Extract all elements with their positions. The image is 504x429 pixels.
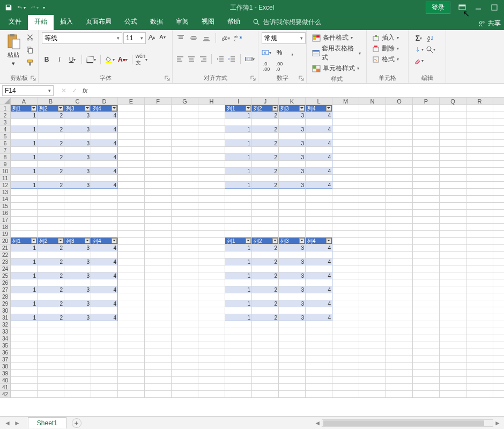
cell[interactable] (172, 265, 198, 272)
cell[interactable] (386, 231, 413, 238)
cell[interactable] (466, 238, 493, 245)
cell[interactable] (225, 196, 252, 203)
cell[interactable] (413, 231, 440, 238)
tab-data[interactable]: 数据 (144, 14, 169, 30)
cell[interactable]: 1 (11, 258, 38, 265)
cell[interactable] (91, 384, 118, 391)
cell[interactable] (413, 140, 440, 147)
cell[interactable] (306, 342, 332, 349)
cell[interactable] (466, 154, 493, 161)
cell[interactable] (306, 279, 332, 286)
cell[interactable] (172, 335, 198, 342)
cell[interactable] (172, 126, 198, 133)
cell[interactable]: 4 (91, 126, 118, 133)
cell[interactable]: 4 (306, 300, 332, 307)
cell[interactable] (493, 335, 504, 342)
cell[interactable] (466, 272, 493, 279)
cell[interactable] (91, 349, 118, 356)
column-header[interactable]: S (493, 98, 504, 105)
align-left-icon[interactable] (176, 54, 184, 64)
cell[interactable] (440, 161, 466, 168)
cell[interactable] (198, 321, 225, 328)
cell[interactable] (172, 154, 198, 161)
cell[interactable] (306, 175, 332, 182)
cell[interactable] (493, 391, 504, 398)
cell[interactable] (359, 105, 386, 112)
cell[interactable] (359, 147, 386, 154)
cell[interactable] (493, 133, 504, 140)
cell[interactable] (359, 252, 386, 258)
cell[interactable] (493, 356, 504, 363)
cell[interactable] (64, 231, 91, 238)
cell[interactable] (386, 245, 413, 252)
cell[interactable] (198, 196, 225, 203)
delete-cells-button[interactable]: 删除▾ (372, 44, 403, 53)
cell[interactable] (145, 189, 172, 196)
cell[interactable] (64, 133, 91, 140)
cell[interactable] (145, 342, 172, 349)
cell[interactable]: 列2 (252, 238, 279, 245)
cell[interactable] (332, 182, 359, 189)
add-sheet-button[interactable]: ＋ (72, 418, 81, 428)
row-header[interactable]: 20 (0, 238, 11, 245)
cell[interactable] (440, 231, 466, 238)
formula-input[interactable] (92, 85, 504, 96)
italic-button[interactable]: I (55, 55, 64, 64)
cell[interactable] (172, 147, 198, 154)
cell[interactable] (252, 335, 279, 342)
cell[interactable]: 2 (252, 314, 279, 321)
cell[interactable] (440, 279, 466, 286)
cell[interactable] (64, 196, 91, 203)
cell[interactable] (225, 307, 252, 314)
cell[interactable] (198, 161, 225, 168)
cell[interactable]: 3 (279, 112, 306, 119)
cell[interactable] (198, 258, 225, 265)
cell[interactable] (118, 370, 145, 377)
cell[interactable] (332, 105, 359, 112)
cell[interactable] (198, 217, 225, 224)
cell[interactable] (466, 175, 493, 182)
column-header[interactable]: E (118, 98, 145, 105)
cell[interactable] (440, 272, 466, 279)
cell[interactable] (332, 314, 359, 321)
cells-area[interactable]: 列1列2列3列4列1列2列3列4123412341234123412341234… (11, 105, 504, 413)
cell[interactable] (466, 328, 493, 335)
cell[interactable] (279, 335, 306, 342)
cell[interactable] (118, 279, 145, 286)
cell[interactable] (225, 252, 252, 258)
cell[interactable] (466, 112, 493, 119)
cell[interactable] (172, 356, 198, 363)
cell[interactable] (306, 370, 332, 377)
decrease-decimal-icon[interactable]: .00.0 (275, 62, 284, 71)
column-header[interactable]: D (91, 98, 118, 105)
cell[interactable] (91, 391, 118, 398)
cell[interactable]: 4 (306, 126, 332, 133)
cell[interactable] (466, 286, 493, 293)
cell[interactable] (118, 238, 145, 245)
cell[interactable] (440, 370, 466, 377)
cell[interactable] (413, 370, 440, 377)
cell[interactable] (386, 210, 413, 217)
cell[interactable] (386, 384, 413, 391)
cell[interactable] (172, 377, 198, 384)
cell[interactable] (172, 279, 198, 286)
cell[interactable] (359, 168, 386, 175)
cell[interactable] (359, 342, 386, 349)
cell[interactable] (172, 119, 198, 126)
cell[interactable] (466, 258, 493, 265)
cell[interactable] (493, 307, 504, 314)
cell[interactable] (440, 196, 466, 203)
row-header[interactable]: 4 (0, 126, 11, 133)
row-header[interactable]: 29 (0, 300, 11, 307)
cell[interactable] (38, 203, 64, 210)
cell[interactable] (493, 252, 504, 258)
cell[interactable] (359, 245, 386, 252)
cell[interactable] (172, 272, 198, 279)
cell[interactable] (38, 133, 64, 140)
cell[interactable] (11, 224, 38, 231)
cell[interactable] (386, 105, 413, 112)
cell[interactable] (198, 335, 225, 342)
cell[interactable] (91, 161, 118, 168)
cell[interactable] (466, 391, 493, 398)
spreadsheet-grid[interactable]: ABCDEFGHIJKLMNOPQRS 12345678910111213141… (0, 98, 504, 413)
